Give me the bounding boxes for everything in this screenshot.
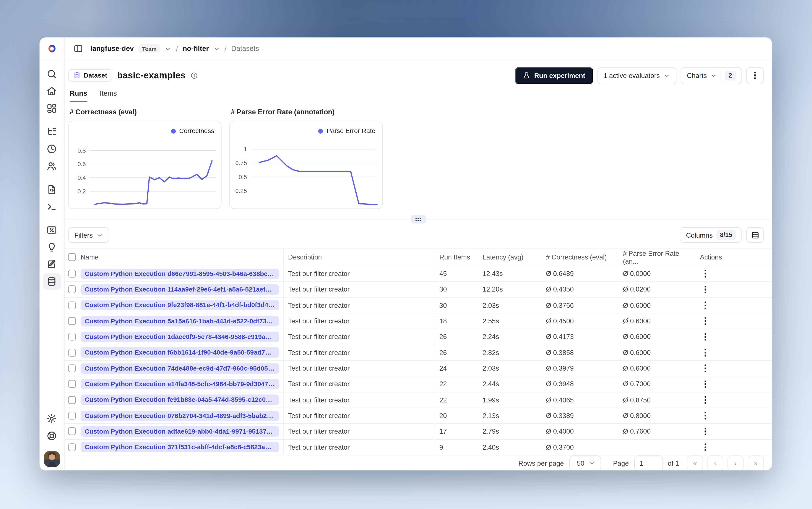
row-checkbox[interactable] — [68, 443, 76, 451]
col-header-description[interactable]: Description — [284, 248, 435, 266]
row-actions-kebab[interactable] — [705, 428, 706, 435]
breadcrumb-environment[interactable]: no-filter — [183, 45, 209, 53]
table-row[interactable]: Custom Python Execution 076b2704-341d-48… — [65, 408, 772, 424]
sidebar-item-sessions-clock[interactable] — [43, 140, 61, 158]
next-page-button[interactable]: › — [728, 455, 744, 470]
table-row[interactable]: Custom Python Execution 9fe23f98-881e-44… — [65, 298, 772, 313]
select-all-checkbox[interactable] — [68, 253, 76, 261]
row-checkbox[interactable] — [68, 412, 76, 419]
sidebar-item-evaluation[interactable] — [43, 222, 61, 238]
info-icon[interactable] — [190, 71, 198, 79]
row-checkbox[interactable] — [68, 380, 76, 388]
row-actions-kebab[interactable] — [705, 317, 706, 325]
row-checkbox[interactable] — [68, 270, 76, 278]
sidebar-item-datasets[interactable] — [43, 273, 61, 290]
columns-button[interactable]: Columns 8/15 — [680, 227, 742, 243]
sidebar-item-tracing[interactable] — [43, 123, 61, 140]
more-actions-button[interactable] — [746, 67, 764, 84]
table-row[interactable]: Custom Python Execution 114aa9ef-29e6-4e… — [65, 282, 772, 298]
drag-handle[interactable] — [411, 215, 426, 224]
run-name-link[interactable]: Custom Python Execution 371f531c-abff-4d… — [80, 442, 279, 452]
row-actions-kebab[interactable] — [705, 365, 706, 372]
run-latency: 2.55s — [478, 313, 542, 329]
row-actions-kebab[interactable] — [705, 443, 706, 451]
row-checkbox[interactable] — [68, 302, 76, 309]
row-checkbox[interactable] — [68, 365, 76, 372]
table-row[interactable]: Custom Python Execution 5a15a616-1bab-44… — [65, 313, 772, 329]
row-actions-kebab[interactable] — [705, 302, 706, 309]
chevron-down-icon[interactable] — [214, 45, 220, 52]
row-checkbox[interactable] — [68, 349, 76, 357]
row-actions-kebab[interactable] — [705, 270, 706, 277]
sidebar-item-judge-lightbulb[interactable] — [43, 239, 61, 256]
breadcrumb-project[interactable]: langfuse-dev — [91, 45, 134, 53]
user-avatar[interactable] — [44, 451, 60, 467]
first-page-button[interactable]: « — [687, 455, 703, 470]
page-number-input[interactable] — [635, 455, 663, 470]
run-description: Test our filter creator — [284, 376, 435, 392]
run-name-link[interactable]: Custom Python Execution 9fe23f98-881e-44… — [80, 300, 279, 311]
run-name-link[interactable]: Custom Python Execution adfae619-abb0-4d… — [80, 426, 279, 437]
col-header-parse-error-rate[interactable]: # Parse Error Rate (an... — [619, 248, 696, 266]
chevron-down-icon — [710, 72, 717, 79]
row-checkbox[interactable] — [68, 333, 76, 341]
row-actions-kebab[interactable] — [705, 286, 706, 293]
sidebar-toggle-icon[interactable] — [71, 41, 85, 56]
table-row[interactable]: Custom Python Execution 1daec0f9-5e78-43… — [65, 329, 772, 345]
col-header-run-items[interactable]: Run Items — [435, 248, 478, 266]
tab-runs[interactable]: Runs — [70, 90, 87, 102]
run-name-link[interactable]: Custom Python Execution f6bb1614-1f90-40… — [80, 347, 279, 358]
table-row[interactable]: Custom Python Execution 74de488e-ec9d-47… — [65, 361, 772, 377]
sidebar-item-playground-terminal[interactable] — [43, 198, 61, 215]
sidebar-item-dashboard[interactable] — [43, 100, 61, 117]
run-name-link[interactable]: Custom Python Execution d66e7991-8595-45… — [80, 269, 279, 279]
run-name-link[interactable]: Custom Python Execution e14fa348-5cfc-49… — [80, 379, 279, 389]
run-experiment-button[interactable]: Run experiment — [515, 67, 593, 84]
row-actions-kebab[interactable] — [705, 412, 706, 419]
chevron-down-icon[interactable] — [165, 45, 171, 52]
run-name-link[interactable]: Custom Python Execution 1daec0f9-5e78-43… — [80, 332, 279, 342]
table-row[interactable]: Custom Python Execution e14fa348-5cfc-49… — [65, 376, 772, 392]
sidebar-item-settings-gear[interactable] — [43, 410, 61, 427]
run-name-link[interactable]: Custom Python Execution 076b2704-341d-48… — [80, 410, 279, 421]
col-header-name[interactable]: Name — [80, 253, 99, 261]
run-name-link[interactable]: Custom Python Execution 114aa9ef-29e6-4e… — [80, 284, 279, 295]
charts-button[interactable]: Charts 2 — [681, 67, 742, 84]
last-page-button[interactable]: » — [748, 455, 764, 470]
row-checkbox[interactable] — [68, 428, 76, 435]
sidebar-item-search[interactable] — [43, 65, 61, 82]
rows-per-page-select[interactable]: 50 — [570, 455, 601, 470]
prev-page-button[interactable]: ‹ — [707, 455, 723, 470]
col-header-latency[interactable]: Latency (avg) — [478, 248, 542, 266]
table-row[interactable]: Custom Python Execution fe91b83e-04a5-47… — [65, 392, 772, 408]
sidebar-item-prompts[interactable] — [43, 181, 61, 198]
row-actions-kebab[interactable] — [705, 333, 706, 340]
sidebar-item-users[interactable] — [43, 158, 61, 175]
row-checkbox[interactable] — [68, 317, 76, 325]
table-row[interactable]: Custom Python Execution f6bb1614-1f90-40… — [65, 345, 772, 361]
row-actions-kebab[interactable] — [705, 349, 706, 356]
run-parse-error-rate: Ø 0.7000 — [619, 376, 696, 392]
langfuse-logo[interactable] — [39, 37, 64, 61]
table-row[interactable]: Custom Python Execution d66e7991-8595-45… — [65, 266, 772, 282]
run-name-link[interactable]: Custom Python Execution 74de488e-ec9d-47… — [80, 363, 279, 374]
active-evaluators-button[interactable]: 1 active evaluators — [597, 67, 677, 84]
run-name-link[interactable]: Custom Python Execution 5a15a616-1bab-44… — [80, 316, 279, 326]
chart-legend: Correctness — [171, 127, 214, 135]
breadcrumb-page[interactable]: Datasets — [231, 45, 259, 53]
table-row[interactable]: Custom Python Execution 371f531c-abff-4d… — [65, 439, 772, 455]
table-row[interactable]: Custom Python Execution adfae619-abb0-4d… — [65, 424, 772, 440]
row-checkbox[interactable] — [68, 286, 76, 294]
tab-items[interactable]: Items — [100, 90, 117, 102]
run-name-link[interactable]: Custom Python Execution fe91b83e-04a5-47… — [80, 395, 279, 405]
filters-button[interactable]: Filters — [68, 227, 109, 243]
row-checkbox[interactable] — [68, 396, 76, 404]
sidebar-item-support[interactable] — [43, 427, 61, 444]
row-actions-kebab[interactable] — [705, 396, 706, 404]
row-height-button[interactable] — [746, 227, 764, 243]
sidebar-item-annotation[interactable] — [43, 256, 61, 273]
col-header-correctness[interactable]: # Correctness (eval) — [542, 248, 619, 266]
sidebar-item-home[interactable] — [43, 83, 61, 100]
run-parse-error-rate: Ø 0.6000 — [619, 329, 696, 344]
row-actions-kebab[interactable] — [705, 380, 706, 388]
